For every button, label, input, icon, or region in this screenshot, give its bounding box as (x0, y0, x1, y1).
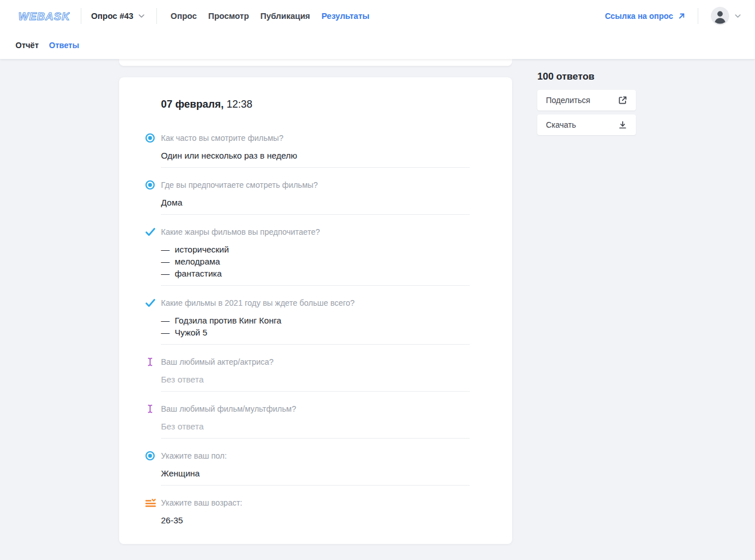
answers: Без ответа (161, 373, 470, 385)
download-button[interactable]: Скачать (537, 115, 636, 135)
question-row: Ваш любимый фильм/мультфильм? (145, 403, 470, 415)
answers: —исторический—мелодрама—фантастика (161, 243, 470, 279)
answer-text: Один или несколько раз в неделю (161, 149, 470, 161)
text-question-icon (145, 404, 161, 414)
question-list: Как часто вы смотрите фильмы? Один или н… (161, 132, 470, 532)
question-answer-block: Укажите ваш пол: Женщина (161, 450, 470, 486)
question-answer-block: Какие жанры фильмов вы предпочитаете? —и… (161, 226, 470, 286)
app-header: WEBASK Опрос #43 Опрос Просмотр Публикац… (0, 0, 755, 59)
radio-question-icon (145, 133, 161, 143)
answer-text: —мелодрама (161, 255, 470, 267)
dropdown-question-icon (145, 498, 161, 508)
question-text: Какие фильмы в 2021 году вы ждете больше… (161, 297, 355, 309)
arrow-up-right-icon (678, 13, 685, 19)
no-answer-text: Без ответа (161, 420, 470, 432)
responses-count: 100 ответов (537, 71, 636, 82)
answer-text: —исторический (161, 243, 470, 255)
question-text: Где вы предпочитаете смотреть фильмы? (161, 179, 318, 191)
answer-text: Женщина (161, 467, 470, 479)
response-card: 07 февраля, 12:38 (119, 77, 512, 544)
header-divider (81, 8, 81, 24)
question-text: Укажите ваш пол: (161, 450, 227, 462)
survey-selector-dropdown[interactable]: Опрос #43 (91, 11, 144, 21)
external-link-icon (618, 96, 627, 105)
responses-panel: 100 ответов Поделиться Скачать (537, 71, 636, 139)
answer-text: —фантастика (161, 267, 470, 279)
radio-question-icon (145, 451, 161, 461)
answers: Один или несколько раз в неделю (161, 149, 470, 161)
tab-survey[interactable]: Опрос (171, 11, 197, 21)
question-answer-block: Как часто вы смотрите фильмы? Один или н… (161, 132, 470, 168)
question-row: Какие фильмы в 2021 году вы ждете больше… (145, 297, 470, 309)
answers: —Годзила против Кинг Конга—Чужой 5 (161, 314, 470, 338)
survey-selector-label: Опрос #43 (91, 11, 133, 21)
answers: Дома (161, 196, 470, 208)
question-answer-block: Ваш любимый фильм/мультфильм? Без ответа (161, 403, 470, 439)
header-tabs: Опрос Просмотр Публикация Результаты (171, 11, 369, 21)
subtab-answers[interactable]: Ответы (49, 41, 80, 50)
response-date: 07 февраля, (161, 98, 224, 110)
tab-results[interactable]: Результаты (321, 11, 369, 21)
logo-text: WEBASK (18, 10, 70, 22)
tab-preview[interactable]: Просмотр (208, 11, 249, 21)
text-question-icon (145, 357, 161, 367)
question-answer-block: Укажите ваш возраст: 26-35 (161, 497, 470, 532)
question-text: Как часто вы смотрите фильмы? (161, 132, 284, 144)
page: WEBASK Опрос #43 Опрос Просмотр Публикац… (0, 0, 755, 560)
answer-dash: — (161, 269, 170, 278)
webask-logo-icon: WEBASK (17, 9, 70, 23)
response-time: 12:38 (227, 98, 253, 110)
answer-dash: — (161, 244, 170, 254)
survey-link-label: Ссылка на опрос (605, 11, 673, 21)
download-icon (618, 120, 627, 129)
question-row: Где вы предпочитаете смотреть фильмы? (145, 179, 470, 191)
question-row: Ваш любимый актер/актриса? (145, 356, 470, 368)
answer-text: —Годзила против Кинг Конга (161, 314, 470, 326)
header-sub-row: Отчёт Ответы (0, 31, 755, 59)
previous-card-edge (119, 59, 512, 66)
question-text: Ваш любимый актер/актриса? (161, 356, 274, 368)
question-answer-block: Какие фильмы в 2021 году вы ждете больше… (161, 297, 470, 345)
question-text: Какие жанры фильмов вы предпочитаете? (161, 226, 320, 238)
checkbox-question-icon (145, 227, 161, 237)
answer-dash: — (161, 316, 170, 325)
question-answer-block: Где вы предпочитаете смотреть фильмы? До… (161, 179, 470, 215)
user-avatar (711, 7, 729, 25)
chevron-down-icon (735, 14, 741, 18)
survey-link[interactable]: Ссылка на опрос (605, 11, 685, 21)
tab-publication[interactable]: Публикация (260, 11, 310, 21)
header-divider (698, 8, 698, 24)
download-button-label: Скачать (546, 120, 576, 129)
answers: 26-35 (161, 514, 470, 526)
question-answer-block: Ваш любимый актер/актриса? Без ответа (161, 356, 470, 392)
answer-text: Дома (161, 196, 470, 208)
question-text: Ваш любимый фильм/мультфильм? (161, 403, 296, 415)
answers: Без ответа (161, 420, 470, 432)
user-menu[interactable] (711, 7, 741, 25)
question-row: Как часто вы смотрите фильмы? (145, 132, 470, 144)
subtab-report[interactable]: Отчёт (15, 41, 39, 50)
answer-text: 26-35 (161, 514, 470, 526)
answer-dash: — (161, 257, 170, 266)
no-answer-text: Без ответа (161, 373, 470, 385)
response-datetime: 07 февраля, 12:38 (161, 98, 470, 111)
content-area: 07 февраля, 12:38 (0, 59, 755, 560)
question-row: Какие жанры фильмов вы предпочитаете? (145, 226, 470, 238)
answer-dash: — (161, 328, 170, 337)
header-main-row: WEBASK Опрос #43 Опрос Просмотр Публикац… (0, 0, 755, 31)
question-row: Укажите ваш возраст: (145, 497, 470, 508)
answers: Женщина (161, 467, 470, 479)
radio-question-icon (145, 180, 161, 190)
question-row: Укажите ваш пол: (145, 450, 470, 462)
webask-logo[interactable]: WEBASK (17, 9, 70, 23)
answer-text: —Чужой 5 (161, 326, 470, 338)
chevron-down-icon (139, 14, 144, 18)
checkbox-question-icon (145, 298, 161, 308)
header-divider (156, 8, 157, 24)
share-button[interactable]: Поделиться (537, 90, 636, 111)
header-right: Ссылка на опрос (605, 7, 741, 25)
question-text: Укажите ваш возраст: (161, 497, 242, 508)
share-button-label: Поделиться (546, 96, 590, 105)
